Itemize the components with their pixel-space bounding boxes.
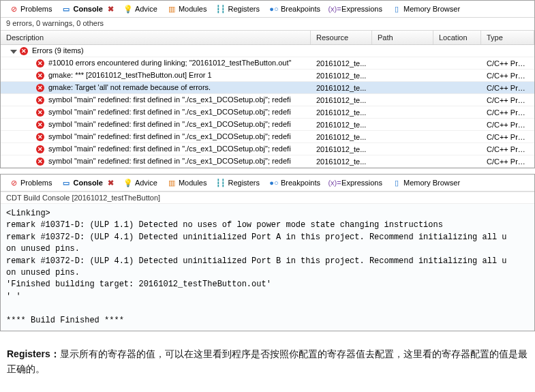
cell-type: C/C++ Prob... xyxy=(481,82,534,93)
errors-group-row[interactable]: ✕Errors (9 items) xyxy=(1,45,534,57)
cell-resource: 20161012_te... xyxy=(311,82,372,93)
cell-path xyxy=(372,111,433,114)
tab-problems[interactable]: ⊘Problems xyxy=(5,3,56,15)
tabrow-bottom: ⊘Problems▭Console✖💡Advice▥Modules┇┇Regis… xyxy=(1,175,534,192)
tab-label: Advice xyxy=(135,179,157,187)
breakpoints-icon: ●○ xyxy=(269,178,279,187)
col-type[interactable]: Type xyxy=(481,31,534,44)
expressions-icon: (x)= xyxy=(330,178,339,187)
error-icon: ✕ xyxy=(36,157,44,166)
tab-label: Expressions xyxy=(341,5,382,13)
chevron-down-icon[interactable] xyxy=(10,50,17,54)
row-description-text: symbol "main" redefined: first defined i… xyxy=(48,95,291,104)
table-row[interactable]: ✕symbol "main" redefined: first defined … xyxy=(1,119,534,131)
row-description-text: symbol "main" redefined: first defined i… xyxy=(48,145,291,153)
error-icon: ✕ xyxy=(36,84,44,92)
console-panel: ⊘Problems▭Console✖💡Advice▥Modules┇┇Regis… xyxy=(0,174,535,331)
tab-console[interactable]: ▭Console✖ xyxy=(57,3,117,15)
tab-close-icon[interactable]: ✖ xyxy=(108,5,114,14)
error-icon: ✕ xyxy=(36,59,44,67)
row-description-text: symbol "main" redefined: first defined i… xyxy=(48,157,291,165)
tab-advice[interactable]: 💡Advice xyxy=(119,3,162,15)
table-row[interactable]: ✕#10010 errors encountered during linkin… xyxy=(1,57,534,70)
tab-registers[interactable]: ┇┇Registers xyxy=(212,3,263,15)
cell-description: ✕gmake: Target 'all' not remade because … xyxy=(1,82,311,93)
cell-path xyxy=(372,160,433,163)
tab-console[interactable]: ▭Console✖ xyxy=(57,177,117,189)
cell-description: ✕gmake: *** [20161012_testTheButton.out]… xyxy=(1,70,311,81)
tab-breakpoints[interactable]: ●○Breakpoints xyxy=(265,3,324,15)
errors-group-label: Errors (9 items) xyxy=(32,46,84,55)
error-icon: ✕ xyxy=(36,96,44,104)
modules-icon: ▥ xyxy=(167,178,177,187)
cell-type: C/C++ Prob... xyxy=(481,70,534,81)
tab-close-icon[interactable]: ✖ xyxy=(108,179,114,187)
tab-memory[interactable]: ▯Memory Browser xyxy=(388,177,464,189)
tab-label: Modules xyxy=(179,179,207,187)
cell-path xyxy=(372,87,433,89)
tab-label: Advice xyxy=(135,5,157,13)
problems-body: ✕Errors (9 items)✕#10010 errors encounte… xyxy=(1,45,534,168)
cell-type: C/C++ Prob... xyxy=(481,58,534,69)
cell-location xyxy=(433,87,481,89)
problems-summary: 9 errors, 0 warnings, 0 others xyxy=(1,18,534,30)
table-row[interactable]: ✕symbol "main" redefined: first defined … xyxy=(1,131,534,143)
console-header: CDT Build Console [20161012_testTheButto… xyxy=(1,192,534,203)
col-location[interactable]: Location xyxy=(433,31,481,44)
memory-icon: ▯ xyxy=(392,4,401,14)
tab-expressions[interactable]: (x)=Expressions xyxy=(326,177,386,189)
cell-type: C/C++ Prob... xyxy=(481,95,534,106)
cell-location xyxy=(433,111,481,114)
cell-description: ✕symbol "main" redefined: first defined … xyxy=(1,155,311,167)
cell-description: ✕symbol "main" redefined: first defined … xyxy=(1,106,311,118)
tab-advice[interactable]: 💡Advice xyxy=(119,177,162,189)
table-row[interactable]: ✕symbol "main" redefined: first defined … xyxy=(1,143,534,155)
col-description[interactable]: Description xyxy=(1,31,311,44)
row-description-text: #10010 errors encountered during linking… xyxy=(48,59,291,67)
tab-problems[interactable]: ⊘Problems xyxy=(5,177,56,189)
cell-type: C/C++ Prob... xyxy=(481,132,534,142)
modules-icon: ▥ xyxy=(167,4,177,14)
error-icon: ✕ xyxy=(36,133,44,141)
table-row[interactable]: ✕gmake: Target 'all' not remade because … xyxy=(1,82,534,94)
cell-path xyxy=(372,123,433,126)
cell-resource: 20161012_te... xyxy=(311,95,372,106)
problems-grid: Description Resource Path Location Type … xyxy=(1,30,534,168)
table-row[interactable]: ✕symbol "main" redefined: first defined … xyxy=(1,94,534,106)
row-description-text: symbol "main" redefined: first defined i… xyxy=(48,120,291,128)
cell-path xyxy=(372,62,433,65)
error-icon: ✕ xyxy=(20,47,28,55)
cell-path xyxy=(372,136,433,138)
tab-modules[interactable]: ▥Modules xyxy=(163,3,211,15)
problems-icon: ⊘ xyxy=(9,178,18,187)
cell-type: C/C++ Prob... xyxy=(481,119,534,130)
cell-path xyxy=(372,99,433,102)
tab-expressions[interactable]: (x)=Expressions xyxy=(326,3,386,15)
tab-memory[interactable]: ▯Memory Browser xyxy=(388,3,464,15)
doc-body: 显示所有的寄存器的值，可以在这里看到程序是否按照你配置的寄存器值去配置，这里看的… xyxy=(7,348,528,374)
tab-breakpoints[interactable]: ●○Breakpoints xyxy=(265,177,324,189)
row-description-text: symbol "main" redefined: first defined i… xyxy=(48,108,291,116)
cell-location xyxy=(433,62,481,65)
table-row[interactable]: ✕symbol "main" redefined: first defined … xyxy=(1,155,534,168)
error-icon: ✕ xyxy=(36,121,44,129)
tab-modules[interactable]: ▥Modules xyxy=(163,177,211,189)
col-resource[interactable]: Resource xyxy=(311,31,372,44)
console-icon: ▭ xyxy=(61,178,71,187)
cell-resource: 20161012_te... xyxy=(311,132,372,142)
cell-description: ✕symbol "main" redefined: first defined … xyxy=(1,119,311,130)
console-icon: ▭ xyxy=(61,4,71,14)
table-row[interactable]: ✕symbol "main" redefined: first defined … xyxy=(1,106,534,119)
cell-resource: 20161012_te... xyxy=(311,70,372,81)
cell-type: C/C++ Prob... xyxy=(481,144,534,155)
col-path[interactable]: Path xyxy=(372,31,433,44)
console-output[interactable]: <Linking> remark #10371-D: (ULP 1.1) Det… xyxy=(1,203,534,331)
table-row[interactable]: ✕gmake: *** [20161012_testTheButton.out]… xyxy=(1,70,534,82)
cell-location xyxy=(433,136,481,138)
cell-location xyxy=(433,148,481,151)
problems-panel: ⊘Problems▭Console✖💡Advice▥Modules┇┇Regis… xyxy=(0,0,535,168)
tab-label: Console xyxy=(73,5,102,13)
cell-resource: 20161012_te... xyxy=(311,119,372,130)
tab-label: Registers xyxy=(228,179,259,187)
tab-registers[interactable]: ┇┇Registers xyxy=(212,177,263,189)
